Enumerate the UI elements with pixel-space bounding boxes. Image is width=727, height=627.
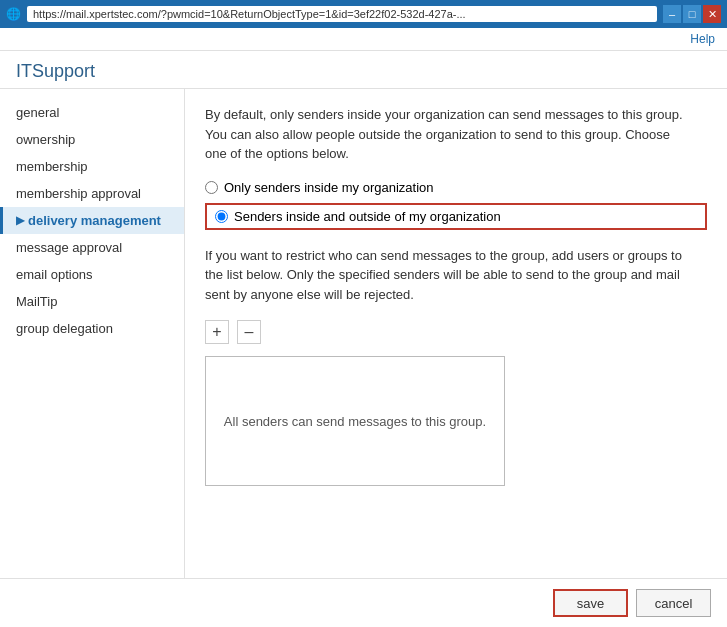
sidebar-item-message-approval[interactable]: message approval <box>0 234 184 261</box>
radio-option-inside-only[interactable]: Only senders inside my organization <box>205 180 707 195</box>
radio-inside-outside[interactable] <box>215 210 228 223</box>
main-window: Help ITSupport general ownership members… <box>0 28 727 627</box>
title-bar: 🌐 https://mail.xpertstec.com/?pwmcid=10&… <box>0 0 727 28</box>
add-sender-button[interactable]: + <box>205 320 229 344</box>
browser-icon: 🌐 <box>6 7 21 21</box>
close-button[interactable]: ✕ <box>703 5 721 23</box>
sidebar-label-message-approval: message approval <box>16 240 122 255</box>
maximize-button[interactable]: □ <box>683 5 701 23</box>
content-area: general ownership membership membership … <box>0 89 727 578</box>
sidebar-item-ownership[interactable]: ownership <box>0 126 184 153</box>
radio-group: Only senders inside my organization Send… <box>205 180 707 230</box>
sidebar-label-email-options: email options <box>16 267 93 282</box>
sidebar-label-mailtip: MailTip <box>16 294 57 309</box>
app-title: ITSupport <box>0 51 727 89</box>
footer: save cancel <box>0 578 727 627</box>
minimize-button[interactable]: – <box>663 5 681 23</box>
active-arrow-icon: ▶ <box>16 214 24 227</box>
sidebar-item-membership[interactable]: membership <box>0 153 184 180</box>
sidebar-item-group-delegation[interactable]: group delegation <box>0 315 184 342</box>
description-text: By default, only senders inside your org… <box>205 105 685 164</box>
radio-highlighted-box: Senders inside and outside of my organiz… <box>205 203 707 230</box>
sidebar-label-ownership: ownership <box>16 132 75 147</box>
sidebar-item-email-options[interactable]: email options <box>0 261 184 288</box>
sidebar-label-general: general <box>16 105 59 120</box>
window-controls: – □ ✕ <box>663 5 721 23</box>
sidebar-item-general[interactable]: general <box>0 99 184 126</box>
sidebar-label-group-delegation: group delegation <box>16 321 113 336</box>
senders-list-box: All senders can send messages to this gr… <box>205 356 505 486</box>
radio-inside-only-label: Only senders inside my organization <box>224 180 434 195</box>
sidebar-item-delivery-management[interactable]: ▶ delivery management <box>0 207 184 234</box>
sidebar-label-membership-approval: membership approval <box>16 186 141 201</box>
radio-inside-only[interactable] <box>205 181 218 194</box>
radio-option-inside-outside[interactable]: Senders inside and outside of my organiz… <box>215 209 501 224</box>
add-remove-bar: + – <box>205 320 707 344</box>
help-bar: Help <box>0 28 727 51</box>
help-link[interactable]: Help <box>690 32 715 46</box>
sidebar-label-membership: membership <box>16 159 88 174</box>
url-bar[interactable]: https://mail.xpertstec.com/?pwmcid=10&Re… <box>27 6 657 22</box>
remove-sender-button[interactable]: – <box>237 320 261 344</box>
sidebar-item-membership-approval[interactable]: membership approval <box>0 180 184 207</box>
radio-inside-outside-label: Senders inside and outside of my organiz… <box>234 209 501 224</box>
main-panel: By default, only senders inside your org… <box>185 89 727 578</box>
save-button[interactable]: save <box>553 589 628 617</box>
restriction-text: If you want to restrict who can send mes… <box>205 246 685 305</box>
senders-placeholder-text: All senders can send messages to this gr… <box>224 414 486 429</box>
sidebar: general ownership membership membership … <box>0 89 185 578</box>
cancel-button[interactable]: cancel <box>636 589 711 617</box>
sidebar-label-delivery-management: delivery management <box>28 213 161 228</box>
sidebar-item-mailtip[interactable]: MailTip <box>0 288 184 315</box>
